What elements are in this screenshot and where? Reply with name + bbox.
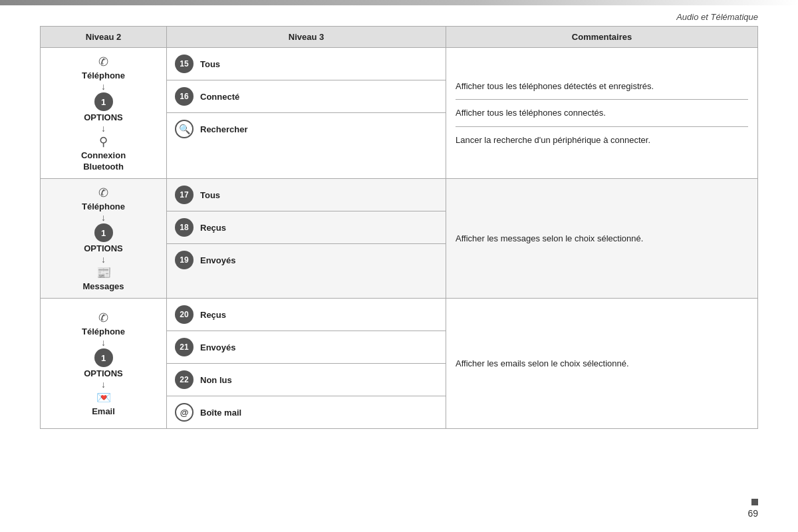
niveau2-messages: ✆ Téléphone ↓ 1 OPTIONS ↓ 📰 Messages bbox=[41, 179, 167, 299]
niveau2-content-email: ✆ Téléphone ↓ 1 OPTIONS ↓ 💌 Email bbox=[45, 311, 162, 416]
arrow-down-4: ↓ bbox=[101, 255, 106, 264]
niveau3-messages: 17 Tous 18 Reçus 19 Envoyés bbox=[167, 179, 446, 299]
label-envoyes-1: Envoyés bbox=[200, 255, 235, 265]
col-niveau2: Niveau 2 bbox=[41, 27, 167, 48]
arrow-down-3: ↓ bbox=[101, 213, 106, 222]
niveau3-item-at: @ Boîte mail bbox=[167, 396, 446, 428]
niveau2-content-messages: ✆ Téléphone ↓ 1 OPTIONS ↓ 📰 Messages bbox=[45, 186, 162, 291]
page-footer: 69 bbox=[747, 499, 758, 519]
badge-21: 21 bbox=[175, 338, 194, 356]
niveau3-email: 20 Reçus 21 Envoyés 22 Non lus @ Boîte m… bbox=[167, 299, 446, 429]
footer-square bbox=[751, 499, 758, 505]
main-content: Niveau 2 Niveau 3 Commentaires ✆ Télépho… bbox=[0, 26, 798, 429]
badge-22: 22 bbox=[175, 370, 194, 389]
niveau3-item-20: 20 Reçus bbox=[167, 299, 446, 331]
arrow-down-5: ↓ bbox=[101, 338, 106, 347]
search-badge: 🔍 bbox=[175, 120, 194, 138]
col-commentaires: Commentaires bbox=[446, 27, 758, 48]
commentaires-email: Afficher les emails selon le choix sélec… bbox=[446, 299, 758, 429]
table-row: ✆ Téléphone ↓ 1 OPTIONS ↓ ⚲ Connexion Bl… bbox=[41, 48, 758, 179]
email-icon: 💌 bbox=[96, 390, 111, 405]
label-envoyes-2: Envoyés bbox=[200, 342, 235, 352]
badge-15: 15 bbox=[175, 55, 194, 73]
label-email: Email bbox=[92, 406, 115, 416]
niveau3-bluetooth: 15 Tous 16 Connecté 🔍 Rechercher bbox=[167, 48, 446, 179]
bluetooth-icon: ⚲ bbox=[99, 134, 108, 149]
col-niveau3: Niveau 3 bbox=[167, 27, 446, 48]
niveau3-item-21: 21 Envoyés bbox=[167, 331, 446, 364]
main-table: Niveau 2 Niveau 3 Commentaires ✆ Télépho… bbox=[40, 26, 758, 429]
label-rechercher: Rechercher bbox=[200, 124, 248, 134]
phone-icon-2: ✆ bbox=[98, 186, 108, 200]
label-options-3: OPTIONS bbox=[84, 368, 123, 378]
commentaires-bluetooth: Afficher tous les téléphones détectés et… bbox=[446, 48, 758, 179]
table-row: ✆ Téléphone ↓ 1 OPTIONS ↓ 📰 Messages 17 … bbox=[41, 179, 758, 299]
badge-1c: 1 bbox=[94, 348, 113, 367]
at-badge: @ bbox=[175, 403, 194, 422]
label-recus-2: Reçus bbox=[200, 310, 226, 320]
niveau3-item-rechercher: 🔍 Rechercher bbox=[167, 113, 446, 145]
label-telephone-3: Téléphone bbox=[82, 327, 125, 336]
niveau3-item-18: 18 Reçus bbox=[167, 211, 446, 244]
label-connecte: Connecté bbox=[200, 92, 239, 102]
badge-18: 18 bbox=[175, 218, 194, 237]
label-recus-1: Reçus bbox=[200, 223, 226, 233]
arrow-down-2: ↓ bbox=[101, 124, 106, 133]
arrow-down-1: ↓ bbox=[101, 82, 106, 91]
label-telephone-1: Téléphone bbox=[82, 70, 125, 80]
label-boite-mail: Boîte mail bbox=[200, 408, 241, 418]
niveau2-email: ✆ Téléphone ↓ 1 OPTIONS ↓ 💌 Email bbox=[41, 299, 167, 429]
phone-icon: ✆ bbox=[98, 55, 108, 69]
commentaires-messages: Afficher les messages selon le choix sél… bbox=[446, 179, 758, 299]
label-telephone-2: Téléphone bbox=[82, 201, 125, 211]
messages-icon: 📰 bbox=[96, 265, 111, 280]
label-non-lus: Non lus bbox=[200, 375, 232, 385]
top-bar bbox=[0, 0, 798, 5]
comment-connecte: Afficher tous les téléphones connectés. bbox=[456, 108, 606, 118]
label-messages: Messages bbox=[82, 281, 124, 291]
label-connexion: Connexion bbox=[81, 150, 126, 160]
badge-20: 20 bbox=[175, 305, 194, 324]
label-tous-2: Tous bbox=[200, 190, 220, 200]
badge-19: 19 bbox=[175, 251, 194, 269]
phone-icon-3: ✆ bbox=[98, 311, 108, 325]
page-header: Audio et Télématique bbox=[0, 8, 798, 26]
niveau3-item-22: 22 Non lus bbox=[167, 364, 446, 396]
comment-tous-phones: Afficher tous les téléphones détectés et… bbox=[456, 81, 654, 91]
page-header-title: Audio et Télématique bbox=[676, 12, 758, 22]
niveau3-item-17: 17 Tous bbox=[167, 179, 446, 211]
label-options-1: OPTIONS bbox=[84, 112, 123, 122]
arrow-down-6: ↓ bbox=[101, 380, 106, 389]
table-row: ✆ Téléphone ↓ 1 OPTIONS ↓ 💌 Email 20 Reç… bbox=[41, 299, 758, 429]
comment-rechercher: Lancer la recherche d'un périphérique à … bbox=[456, 135, 650, 145]
niveau2-bluetooth: ✆ Téléphone ↓ 1 OPTIONS ↓ ⚲ Connexion Bl… bbox=[41, 48, 167, 179]
comment-messages: Afficher les messages selon le choix sél… bbox=[456, 233, 643, 243]
page-number: 69 bbox=[747, 508, 758, 519]
badge-16: 16 bbox=[175, 87, 194, 106]
niveau3-item-16: 16 Connecté bbox=[167, 80, 446, 113]
niveau3-item-19: 19 Envoyés bbox=[167, 244, 446, 276]
badge-17: 17 bbox=[175, 186, 194, 204]
comment-email: Afficher les emails selon le choix sélec… bbox=[456, 358, 629, 368]
label-options-2: OPTIONS bbox=[84, 243, 123, 253]
niveau2-content-bluetooth: ✆ Téléphone ↓ 1 OPTIONS ↓ ⚲ Connexion Bl… bbox=[45, 55, 162, 172]
badge-1: 1 bbox=[94, 92, 113, 111]
niveau3-item-15: 15 Tous bbox=[167, 48, 446, 80]
label-tous-1: Tous bbox=[200, 59, 220, 69]
badge-1b: 1 bbox=[94, 223, 113, 242]
label-bluetooth: Bluetooth bbox=[83, 162, 124, 172]
